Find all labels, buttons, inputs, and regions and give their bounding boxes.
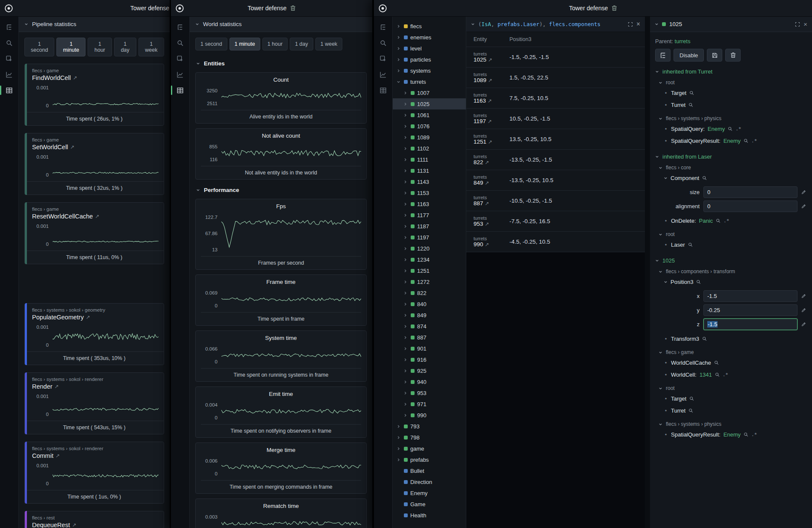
chevron-down-icon[interactable]: [24, 22, 28, 26]
tree-item-1163[interactable]: 1163: [393, 198, 466, 209]
delete-world-icon[interactable]: [612, 5, 617, 11]
tree-item-turrets[interactable]: turrets: [393, 76, 466, 87]
open-entity-icon[interactable]: ↗: [86, 314, 90, 320]
tree-item-flecs[interactable]: flecs: [393, 21, 466, 32]
chevron-down-icon[interactable]: [659, 351, 662, 354]
panel-header[interactable]: Pipeline statistics: [19, 17, 170, 32]
save-button[interactable]: [707, 49, 722, 62]
tree-item-Direction[interactable]: Direction: [393, 476, 466, 487]
tree-item-1131[interactable]: 1131: [393, 165, 466, 176]
tree-item-1251[interactable]: 1251: [393, 265, 466, 276]
entity-link[interactable]: 953: [474, 221, 483, 227]
statistics-tool[interactable]: [376, 68, 391, 80]
component-row[interactable]: •Turret: [654, 99, 807, 111]
component-row[interactable]: •Target: [654, 392, 807, 404]
entity-link[interactable]: FindWorldCell: [32, 74, 71, 81]
query-result-row[interactable]: turrets1251↗13.5, -0.25, 10.5: [466, 129, 645, 150]
entity-link[interactable]: 887: [474, 200, 483, 206]
tables-tool[interactable]: [173, 84, 188, 96]
component-row[interactable]: •Transform3: [654, 333, 807, 345]
statistics-tool[interactable]: [2, 68, 17, 80]
panel-header[interactable]: World statistics: [190, 17, 372, 32]
search-icon[interactable]: [689, 396, 694, 401]
query-result-row[interactable]: turrets953↗-7.5, -0.25, 16.5: [466, 211, 645, 232]
open-entity-icon[interactable]: ↗: [72, 522, 76, 528]
tree-item-840[interactable]: 840: [393, 298, 466, 310]
expand-icon[interactable]: [628, 22, 633, 27]
open-entity-icon[interactable]: ↗: [485, 180, 489, 186]
tree-item-level[interactable]: level: [393, 43, 466, 54]
tree-item-Enemy[interactable]: Enemy: [393, 487, 466, 499]
close-icon[interactable]: ×: [803, 21, 807, 27]
edit-icon[interactable]: [801, 204, 806, 209]
field-input-alignment[interactable]: 0: [703, 201, 797, 212]
statistics-tool[interactable]: [173, 68, 188, 80]
expand-icon[interactable]: [795, 22, 800, 27]
entity-link[interactable]: 1163: [474, 97, 486, 104]
time-range-button[interactable]: 1 hour: [88, 38, 112, 56]
inspector-section[interactable]: inherited from Turret: [655, 68, 807, 75]
query-expression[interactable]: (IsA, prefabs.Laser), flecs.components: [478, 21, 600, 27]
entity-tree-tool[interactable]: [376, 21, 391, 33]
tree-item-1007[interactable]: 1007: [393, 87, 466, 98]
inspect-tool[interactable]: [2, 53, 17, 65]
inspector-section[interactable]: 1025: [655, 257, 807, 264]
chevron-down-icon[interactable]: [659, 166, 662, 170]
component-row[interactable]: •WorldCell:1341.*: [654, 369, 807, 381]
search-icon[interactable]: [715, 372, 720, 377]
chevron-down-icon[interactable]: [471, 22, 475, 26]
parent-link[interactable]: turrets: [675, 38, 691, 44]
time-range-button[interactable]: 1 hour: [262, 38, 288, 50]
entity-link[interactable]: 1089: [474, 77, 486, 83]
tree-item-enemies[interactable]: enemies: [393, 32, 466, 43]
tree-item-793[interactable]: 793: [393, 421, 466, 432]
tree-item-822[interactable]: 822: [393, 287, 466, 298]
query-result-row[interactable]: turrets822↗-13.5, -0.25, -1.5: [466, 150, 645, 170]
tree-item-1220[interactable]: 1220: [393, 243, 466, 254]
open-entity-icon[interactable]: ↗: [70, 144, 74, 150]
tree-item-Health[interactable]: Health: [393, 510, 466, 521]
component-group[interactable]: root: [659, 80, 807, 86]
query-result-row[interactable]: turrets1089↗1.5, -0.25, 22.5: [466, 68, 645, 88]
entity-link[interactable]: DequeueRest: [32, 522, 70, 528]
tree-item-1187[interactable]: 1187: [393, 221, 466, 232]
time-range-button[interactable]: 1 second: [24, 38, 54, 56]
search-tool[interactable]: [2, 37, 17, 49]
chevron-down-icon[interactable]: [195, 22, 199, 26]
entity-link[interactable]: 1251: [474, 139, 486, 145]
component-group[interactable]: flecs › components › transform: [659, 268, 807, 274]
inspect-tool[interactable]: [173, 53, 188, 65]
query-result-row[interactable]: turrets1025↗-1.5, -0.25, -1.5: [466, 47, 645, 68]
chevron-down-icon[interactable]: [655, 259, 659, 263]
tree-item-game[interactable]: game: [393, 443, 466, 454]
field-input-z[interactable]: -1.5: [703, 319, 797, 330]
field-input-y[interactable]: -0.25: [703, 304, 797, 316]
component-row[interactable]: •Target: [654, 87, 807, 99]
time-range-button[interactable]: 1 week: [138, 38, 164, 56]
field-input-x[interactable]: -1.5: [703, 290, 797, 302]
tree-item-1143[interactable]: 1143: [393, 176, 466, 187]
search-tool[interactable]: [173, 37, 188, 49]
component-row[interactable]: Position3: [654, 276, 807, 288]
open-entity-icon[interactable]: ↗: [488, 57, 492, 63]
chevron-down-icon[interactable]: [655, 22, 659, 26]
open-entity-icon[interactable]: ↗: [485, 159, 489, 165]
open-entity-icon[interactable]: ↗: [55, 383, 59, 389]
chevron-down-icon[interactable]: [196, 62, 200, 65]
open-entity-icon[interactable]: ↗: [488, 77, 492, 83]
entity-link[interactable]: 1025: [474, 56, 486, 63]
open-entity-icon[interactable]: ↗: [485, 201, 489, 206]
time-range-button[interactable]: 1 day: [114, 38, 136, 56]
entity-link[interactable]: 1197: [474, 118, 486, 124]
open-entity-icon[interactable]: ↗: [56, 453, 60, 459]
search-icon[interactable]: [744, 139, 748, 143]
search-icon[interactable]: [714, 360, 719, 365]
component-row[interactable]: •Turret: [654, 404, 807, 416]
tree-item-1177[interactable]: 1177: [393, 209, 466, 221]
tree-item-1111[interactable]: 1111: [393, 154, 466, 165]
tree-item-prefabs[interactable]: prefabs: [393, 454, 466, 465]
time-range-button[interactable]: 1 day: [290, 38, 313, 50]
search-tool[interactable]: [376, 37, 391, 49]
chevron-down-icon[interactable]: [655, 155, 659, 159]
search-icon[interactable]: [696, 280, 701, 284]
